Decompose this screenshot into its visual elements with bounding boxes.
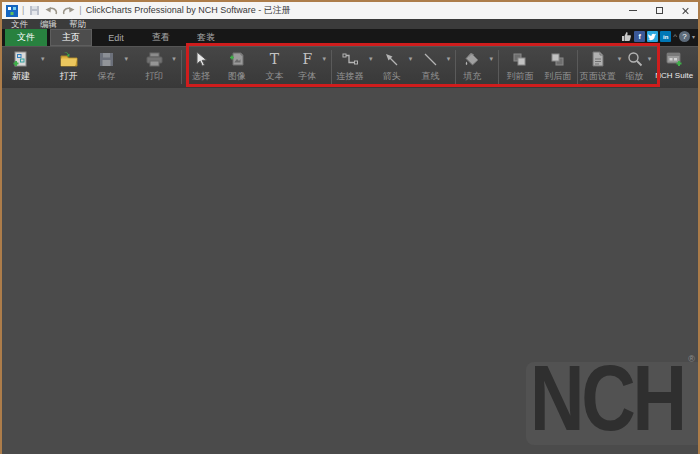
- page-setup-dropdown-icon[interactable]: ▾: [616, 48, 624, 70]
- menu-help[interactable]: 帮助: [63, 19, 92, 29]
- font-dropdown-icon[interactable]: ▾: [319, 48, 329, 70]
- page-setup-label: 页面设置: [580, 70, 616, 82]
- connector-tool-label: 连接器: [337, 70, 364, 82]
- image-icon: [229, 48, 245, 70]
- line-dropdown-icon[interactable]: ▾: [443, 48, 453, 70]
- arrow-tool-label: 箭头: [383, 70, 401, 82]
- arrow-dropdown-icon[interactable]: ▾: [406, 48, 416, 70]
- new-button[interactable]: 新建: [4, 48, 38, 88]
- toolbar-separator: [331, 50, 332, 84]
- help-dropdown-icon[interactable]: ▾: [692, 33, 695, 40]
- menu-bar: 文件 编辑 帮助: [2, 19, 698, 29]
- bring-to-front-icon: [512, 48, 527, 70]
- fill-dropdown-icon[interactable]: ▾: [486, 48, 496, 70]
- send-to-back-icon: [550, 48, 565, 70]
- tab-view[interactable]: 查看: [140, 29, 182, 46]
- toolbar-separator: [498, 50, 499, 84]
- new-dropdown-icon[interactable]: ▾: [38, 48, 48, 70]
- text-tool-label: 文本: [265, 70, 283, 82]
- ribbon-tab-bar: 文件 主页 Edit 查看 套装 f in ^ ? ▾: [2, 29, 698, 46]
- nch-suite-icon: [665, 48, 683, 70]
- connector-icon: [342, 48, 358, 70]
- twitter-icon[interactable]: [647, 31, 658, 42]
- image-tool-label: 图像: [228, 70, 246, 82]
- tab-file[interactable]: 文件: [5, 29, 47, 46]
- titlebar-separator: |: [79, 6, 81, 15]
- zoom-dropdown-icon[interactable]: ▾: [645, 48, 653, 70]
- bring-to-front-label: 到前面: [506, 70, 533, 82]
- collapse-ribbon-icon[interactable]: ^: [673, 33, 677, 41]
- quick-save-icon[interactable]: [28, 4, 41, 17]
- menu-file[interactable]: 文件: [5, 19, 34, 29]
- line-tool-label: 直线: [422, 70, 440, 82]
- fill-tool-button[interactable]: 填充: [458, 48, 486, 88]
- titlebar-separator: |: [22, 6, 24, 15]
- arrow-tool-button[interactable]: 箭头: [378, 48, 406, 88]
- connector-tool-button[interactable]: 连接器: [334, 48, 366, 88]
- text-tool-button[interactable]: T 文本: [260, 48, 290, 88]
- toolbar-separator: [455, 50, 456, 84]
- app-icon: [5, 4, 18, 17]
- line-icon: [423, 48, 438, 70]
- cursor-icon: [193, 48, 208, 70]
- close-button[interactable]: [672, 2, 698, 19]
- save-button-label: 保存: [97, 70, 115, 82]
- zoom-button[interactable]: 缩放: [624, 48, 646, 88]
- nch-watermark: NCH: [526, 362, 698, 445]
- linkedin-icon[interactable]: in: [660, 31, 671, 42]
- menu-edit[interactable]: 编辑: [34, 19, 63, 29]
- nch-watermark-text: NCH: [530, 362, 684, 445]
- title-bar: | | ClickCharts Professional by NCH Soft…: [2, 2, 698, 19]
- toolbar-separator: [181, 50, 182, 84]
- line-tool-button[interactable]: 直线: [418, 48, 444, 88]
- open-button[interactable]: 打开: [54, 48, 84, 88]
- select-tool-label: 选择: [192, 70, 210, 82]
- printer-icon: [146, 48, 163, 70]
- page-setup-button[interactable]: 页面设置: [580, 48, 616, 88]
- new-document-icon: [12, 48, 29, 70]
- bring-to-front-button[interactable]: 到前面: [503, 48, 537, 88]
- nch-suite-button[interactable]: NCH Suite: [653, 48, 695, 88]
- undo-icon[interactable]: [45, 4, 58, 17]
- ribbon-toolbar: 新建 ▾ 打开 保存 ▾ 打印 ▾ 选择: [2, 46, 698, 88]
- fill-tool-label: 填充: [463, 70, 481, 82]
- arrow-icon: [384, 48, 399, 70]
- like-icon[interactable]: [621, 31, 632, 42]
- page-setup-icon: [591, 48, 605, 70]
- send-to-back-label: 到后面: [544, 70, 571, 82]
- select-tool-button[interactable]: 选择: [186, 48, 216, 88]
- maximize-icon: [656, 7, 663, 14]
- magnifier-icon: [627, 48, 643, 70]
- canvas[interactable]: ® NCH: [2, 88, 698, 454]
- toolbar-separator: [577, 50, 578, 84]
- help-icon[interactable]: ?: [679, 31, 690, 42]
- nch-suite-label: NCH Suite: [655, 70, 693, 82]
- window-title: ClickCharts Professional by NCH Software…: [86, 4, 291, 17]
- save-button[interactable]: 保存: [92, 48, 122, 88]
- font-tool-icon: F: [302, 48, 312, 70]
- tab-suite[interactable]: 套装: [185, 29, 227, 46]
- print-button-label: 打印: [145, 70, 163, 82]
- print-button[interactable]: 打印: [139, 48, 169, 88]
- connector-dropdown-icon[interactable]: ▾: [366, 48, 376, 70]
- window-controls: [620, 2, 698, 19]
- maximize-button[interactable]: [646, 2, 672, 19]
- minimize-icon: [629, 10, 637, 11]
- facebook-icon[interactable]: f: [634, 31, 645, 42]
- open-button-label: 打开: [60, 70, 78, 82]
- font-tool-label: 字体: [298, 70, 316, 82]
- new-button-label: 新建: [12, 70, 30, 82]
- close-icon: [681, 7, 689, 15]
- save-icon: [99, 48, 114, 70]
- minimize-button[interactable]: [620, 2, 646, 19]
- send-to-back-button[interactable]: 到后面: [541, 48, 575, 88]
- save-dropdown-icon[interactable]: ▾: [121, 48, 131, 70]
- print-dropdown-icon[interactable]: ▾: [169, 48, 179, 70]
- tab-home[interactable]: 主页: [50, 29, 92, 46]
- redo-icon[interactable]: [62, 4, 75, 17]
- social-links: f in ^ ? ▾: [621, 31, 695, 42]
- font-tool-button[interactable]: F 字体: [295, 48, 319, 88]
- text-tool-icon: T: [270, 48, 279, 70]
- image-tool-button[interactable]: 图像: [222, 48, 252, 88]
- tab-edit[interactable]: Edit: [95, 29, 137, 46]
